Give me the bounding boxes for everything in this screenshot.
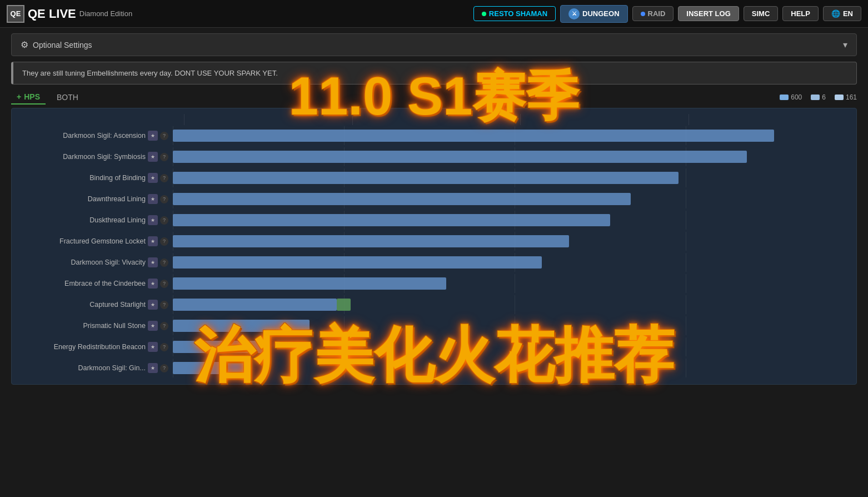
simc-button[interactable]: SIMC [744, 6, 779, 21]
chart-row: Darkmoon Sigil: Gin...★? [12, 357, 856, 379]
chart-row-label: Binding of Binding★? [12, 173, 173, 183]
help-icon[interactable]: ? [160, 153, 168, 161]
globe-icon: 🌐 [831, 9, 840, 18]
raid-button[interactable]: RAID [632, 6, 674, 21]
bar-track [173, 341, 856, 353]
resto-shaman-button[interactable]: RESTO SHAMAN [473, 6, 556, 21]
bar-fill-primary [173, 172, 679, 184]
grid-line [184, 114, 184, 125]
chart-row-label: Prismatic Null Stone★? [12, 321, 173, 331]
tab-bar: + HPS BOTH 600 6 161 [11, 90, 857, 105]
help-icon[interactable]: ? [160, 301, 168, 309]
grid-line [856, 274, 857, 293]
bar-fill-primary [173, 214, 610, 226]
chart-row: Darkmoon Sigil: Symbiosis★? [12, 146, 856, 167]
bar-track [173, 193, 856, 205]
tab-both[interactable]: BOTH [51, 91, 84, 104]
plus-icon: + [17, 92, 21, 101]
grid-line [856, 316, 857, 335]
help-icon[interactable]: ? [160, 174, 168, 182]
help-icon[interactable]: ? [160, 216, 168, 225]
dungeon-icon: ⚔ [568, 8, 580, 19]
grid-line [856, 253, 857, 272]
language-button[interactable]: 🌐 EN [823, 6, 861, 21]
green-dot-icon [482, 12, 486, 16]
item-icon: ★ [148, 321, 158, 331]
insert-log-button[interactable]: INSERT LOG [678, 6, 739, 21]
legend-item-3: 161 [835, 93, 857, 101]
chart-row: Prismatic Null Stone★? [12, 315, 856, 336]
bar-fill-primary [173, 193, 631, 205]
help-icon[interactable]: ? [160, 195, 168, 203]
grid-line [856, 337, 857, 356]
help-icon[interactable]: ? [160, 343, 168, 351]
chevron-down-icon: ▾ [843, 39, 847, 50]
gear-icon: ⚙ [21, 39, 28, 50]
help-icon[interactable]: ? [160, 280, 168, 288]
top-navigation: QE QE LIVE Diamond Edition RESTO SHAMAN … [0, 0, 868, 28]
item-name: Duskthread Lining [89, 216, 146, 224]
item-name: Dawnthread Lining [88, 195, 146, 203]
chart-row-label: Dawnthread Lining★? [12, 194, 173, 204]
bar-area [173, 232, 856, 251]
help-icon[interactable]: ? [160, 322, 168, 330]
bar-area [173, 359, 856, 377]
item-icon: ★ [148, 194, 158, 204]
help-icon[interactable]: ? [160, 132, 168, 140]
chart-header [12, 114, 856, 125]
bar-track [173, 320, 856, 332]
chart-row-label: Darkmoon Sigil: Symbiosis★? [12, 152, 173, 162]
item-icon: ★ [148, 257, 158, 267]
app-logo: QE QE LIVE Diamond Edition [7, 5, 132, 23]
bar-fill-primary [173, 256, 542, 269]
grid-line [856, 232, 857, 251]
bar-track [173, 214, 856, 226]
logo-edition: Diamond Edition [79, 9, 132, 18]
legend-color-2 [811, 95, 820, 100]
optional-settings-bar[interactable]: ⚙ Optional Settings ▾ [11, 33, 857, 56]
grid-line [352, 114, 353, 125]
bar-track [173, 235, 856, 247]
item-icon: ★ [148, 215, 158, 225]
legend-color-1 [780, 95, 789, 100]
logo-text: QE LIVE [28, 7, 76, 21]
tab-hps[interactable]: + HPS [11, 90, 46, 105]
item-icon: ★ [148, 300, 158, 310]
chart-row: Binding of Binding★? [12, 167, 856, 188]
chart-row: Darkmoon Sigil: Vivacity★? [12, 252, 856, 273]
bar-fill-secondary [337, 299, 351, 311]
chart-legend: 600 6 161 [780, 93, 857, 101]
bar-track [173, 362, 856, 374]
grid-line [856, 295, 857, 314]
chart-row-label: Darkmoon Sigil: Gin...★? [12, 363, 173, 373]
chart-row-label: Embrace of the Cinderbee★? [12, 279, 173, 289]
item-icon: ★ [148, 131, 158, 141]
grid-line [856, 114, 857, 125]
help-icon[interactable]: ? [160, 237, 168, 246]
item-name: Fractured Gemstone Locket [59, 237, 146, 245]
chart-row: Captured Starlight★? [12, 294, 856, 315]
notice-bar: They are still tuning Embellishments eve… [11, 62, 857, 85]
legend-color-3 [835, 95, 844, 100]
chart-row-label: Darkmoon Sigil: Vivacity★? [12, 257, 173, 267]
chart-row: Fractured Gemstone Locket★? [12, 231, 856, 252]
bar-area [173, 253, 856, 272]
bar-track [173, 299, 856, 311]
bar-fill-primary [173, 299, 337, 311]
help-button[interactable]: HELP [782, 6, 819, 21]
item-icon: ★ [148, 173, 158, 183]
bar-fill-primary [173, 277, 446, 290]
item-name: Darkmoon Sigil: Vivacity [71, 259, 146, 266]
chart-row: Darkmoon Sigil: Ascension★? [12, 125, 856, 146]
chart-row-label: Duskthread Lining★? [12, 215, 173, 225]
help-icon[interactable]: ? [160, 364, 168, 372]
grid-line [856, 211, 857, 230]
bar-track [173, 277, 856, 290]
help-icon[interactable]: ? [160, 259, 168, 267]
bar-area [173, 337, 856, 356]
dungeon-button[interactable]: ⚔ DUNGEON [560, 5, 627, 23]
bar-area [173, 168, 856, 187]
item-name: Binding of Binding [89, 174, 146, 182]
item-name: Darkmoon Sigil: Symbiosis [63, 153, 146, 161]
bar-fill-primary [173, 320, 310, 332]
